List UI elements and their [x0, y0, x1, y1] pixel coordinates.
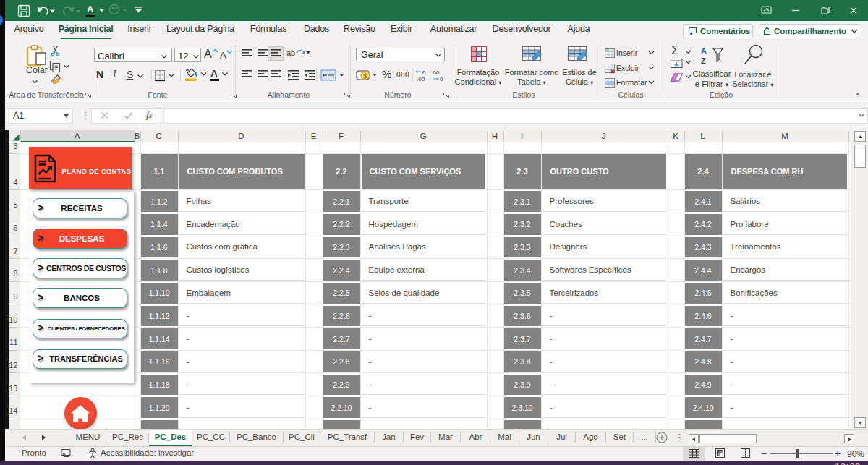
svg-text:ab: ab [286, 48, 295, 57]
svg-text:Z: Z [701, 56, 706, 65]
svg-text:.00: .00 [417, 76, 425, 82]
svg-text:A: A [701, 46, 707, 55]
svg-text:$: $ [364, 72, 367, 80]
svg-text:0: 0 [422, 69, 426, 76]
